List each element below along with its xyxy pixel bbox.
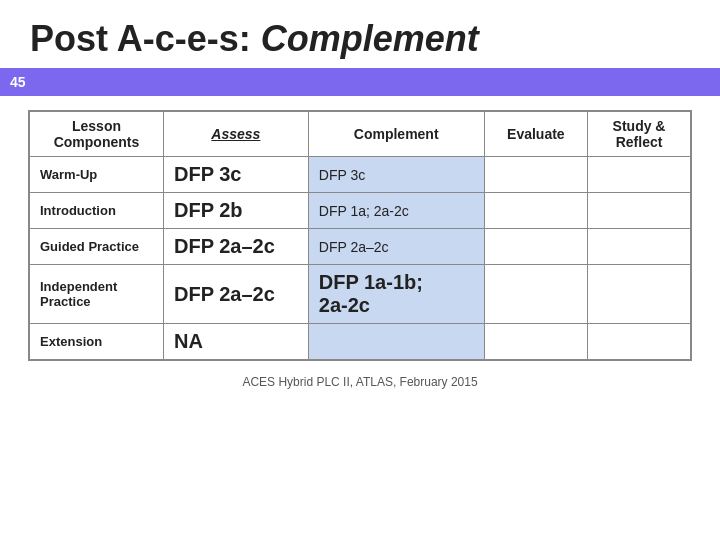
- page-title: Post A-c-e-s: Complement: [0, 0, 720, 68]
- cell-assess: DFP 2b: [163, 193, 308, 229]
- cell-complement: [308, 324, 484, 361]
- cell-assess: DFP 3c: [163, 157, 308, 193]
- table-row: Guided PracticeDFP 2a–2cDFP 2a–2c: [29, 229, 691, 265]
- header-evaluate: Evaluate: [484, 111, 587, 157]
- cell-complement: DFP 1a; 2a-2c: [308, 193, 484, 229]
- cell-study: [588, 265, 691, 324]
- cell-assess: NA: [163, 324, 308, 361]
- cell-evaluate: [484, 229, 587, 265]
- cell-complement: DFP 3c: [308, 157, 484, 193]
- slide-bar-fill: [36, 68, 720, 96]
- cell-study: [588, 157, 691, 193]
- main-table: Lesson Components Assess Complement Eval…: [28, 110, 692, 361]
- table-row: Independent PracticeDFP 2a–2cDFP 1a-1b;2…: [29, 265, 691, 324]
- cell-study: [588, 193, 691, 229]
- header-assess: Assess: [163, 111, 308, 157]
- row-label: Guided Practice: [29, 229, 163, 265]
- table-row: ExtensionNA: [29, 324, 691, 361]
- header-complement: Complement: [308, 111, 484, 157]
- cell-assess: DFP 2a–2c: [163, 265, 308, 324]
- cell-study: [588, 229, 691, 265]
- cell-complement: DFP 2a–2c: [308, 229, 484, 265]
- table-row: IntroductionDFP 2bDFP 1a; 2a-2c: [29, 193, 691, 229]
- cell-complement: DFP 1a-1b;2a-2c: [308, 265, 484, 324]
- cell-evaluate: [484, 265, 587, 324]
- footer-text: ACES Hybrid PLC II, ATLAS, February 2015: [0, 367, 720, 389]
- row-label: Warm-Up: [29, 157, 163, 193]
- table-row: Warm-UpDFP 3cDFP 3c: [29, 157, 691, 193]
- cell-evaluate: [484, 157, 587, 193]
- cell-study: [588, 324, 691, 361]
- slide-number-bar: 45: [0, 68, 720, 96]
- cell-evaluate: [484, 193, 587, 229]
- cell-evaluate: [484, 324, 587, 361]
- table-container: Lesson Components Assess Complement Eval…: [0, 96, 720, 367]
- header-lesson: Lesson Components: [29, 111, 163, 157]
- table-body: Warm-UpDFP 3cDFP 3cIntroductionDFP 2bDFP…: [29, 157, 691, 361]
- row-label: Extension: [29, 324, 163, 361]
- row-label: Introduction: [29, 193, 163, 229]
- row-label: Independent Practice: [29, 265, 163, 324]
- header-study-reflect: Study & Reflect: [588, 111, 691, 157]
- cell-assess: DFP 2a–2c: [163, 229, 308, 265]
- header-row: Lesson Components Assess Complement Eval…: [29, 111, 691, 157]
- slide-number: 45: [0, 68, 36, 96]
